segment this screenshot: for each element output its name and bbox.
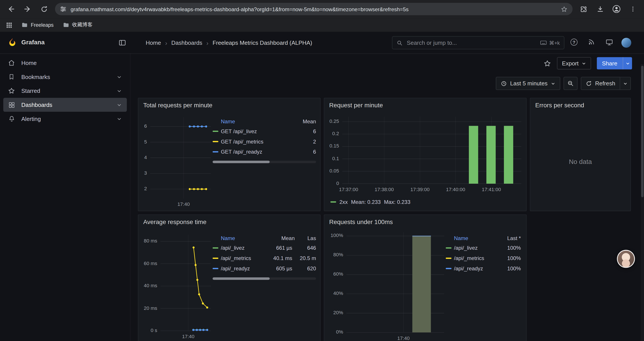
sidebar-item-dashboards[interactable]: Dashboards — [3, 98, 127, 112]
series-name[interactable]: GET /api/_metrics — [221, 138, 289, 145]
chevron-down-icon[interactable] — [116, 74, 122, 80]
scrollbar-thumb[interactable] — [212, 161, 270, 163]
omnibox[interactable]: grafana.mathmast.com/d/deytv4rwavabkb/fr… — [55, 3, 572, 15]
brand-title[interactable]: Grafana — [21, 39, 44, 46]
time-range-picker[interactable]: Last 5 minutes — [496, 77, 560, 90]
panel-title[interactable]: Request per minute — [329, 102, 383, 109]
chevron-down-icon — [623, 81, 628, 86]
alerting-bell-icon — [8, 115, 16, 122]
dashboards-grid-icon — [8, 101, 16, 108]
legend-scrollbar[interactable] — [212, 277, 316, 280]
rss-icon[interactable] — [588, 38, 595, 46]
share-button[interactable]: Share — [597, 57, 623, 69]
series-name[interactable]: /api/_readyz — [221, 265, 261, 272]
table-row[interactable]: /api/_metrics 100% — [446, 253, 521, 263]
back-button[interactable] — [3, 2, 19, 16]
column-header-mean[interactable]: Mean — [291, 118, 316, 124]
series-name[interactable]: GET /api/_readyz — [221, 149, 289, 155]
series-last: 100% — [496, 265, 521, 272]
reload-button[interactable] — [36, 2, 52, 16]
legend-scrollbar[interactable] — [212, 161, 316, 163]
bar-chart[interactable]: 0.250.20.150.10.05017:37:0017:38:0017:39… — [328, 115, 524, 197]
table-row[interactable]: GET /api/_livez 6 — [212, 126, 316, 137]
sidebar-item-home[interactable]: Home — [3, 56, 127, 70]
url-text[interactable]: grafana.mathmast.com/d/deytv4rwavabkb/fr… — [70, 6, 556, 12]
table-row[interactable]: /api/_livez 100% — [446, 243, 521, 253]
series-name[interactable]: /api/_livez — [454, 245, 493, 251]
monitor-icon[interactable] — [606, 39, 613, 46]
table-row[interactable]: GET /api/_readyz 6 — [212, 147, 316, 157]
chevron-down-icon[interactable] — [116, 116, 122, 121]
extensions-icon[interactable] — [576, 2, 592, 16]
scrollbar-thumb[interactable] — [641, 66, 644, 197]
search-input[interactable] — [406, 39, 537, 47]
axis-label: 2 — [142, 186, 147, 192]
table-row[interactable]: /api/_readyz 100% — [446, 263, 521, 274]
column-header-mean[interactable]: Mean — [266, 235, 294, 241]
table-row[interactable]: GET /api/_metrics 2 — [212, 137, 316, 147]
refresh-interval-button[interactable] — [620, 77, 631, 90]
bar-chart[interactable]: 100%80%60%40%20%0%17:40 — [328, 231, 446, 341]
column-header-name[interactable]: Name — [212, 118, 292, 124]
series-mean: 6 — [291, 128, 316, 134]
bookmark-star-icon[interactable] — [561, 6, 568, 13]
axis-label: 60% — [328, 271, 343, 277]
star-dashboard-button[interactable] — [544, 60, 552, 67]
column-header-last[interactable]: Last * — [496, 235, 521, 241]
bookmarks-bar: Freeleaps 收藏博客 — [0, 18, 644, 32]
search-box[interactable]: ⌘+k — [392, 36, 564, 49]
sidebar-item-alerting[interactable]: Alerting — [3, 112, 127, 126]
series-color-chip — [212, 268, 218, 269]
bookmark-label: 收藏博客 — [72, 21, 93, 28]
share-menu-button[interactable] — [623, 57, 632, 69]
forward-button[interactable] — [20, 2, 35, 16]
time-series-chart[interactable]: 6543217:40 — [142, 115, 214, 209]
refresh-button[interactable]: Refresh — [581, 77, 620, 90]
bookmark-item[interactable]: Freeleaps — [21, 22, 54, 28]
floating-avatar[interactable] — [617, 250, 635, 268]
chevron-down-icon[interactable] — [116, 102, 122, 107]
series-name[interactable]: GET /api/_livez — [221, 128, 289, 134]
column-header-name[interactable]: Name — [446, 235, 496, 241]
table-row[interactable]: /api/_livez 661 µs 646 — [212, 243, 316, 253]
site-settings-icon[interactable] — [60, 6, 66, 12]
sidebar-item-bookmarks[interactable]: Bookmarks — [3, 70, 127, 84]
bookmark-label: Freeleaps — [31, 22, 54, 28]
panel-title[interactable]: Average response time — [143, 218, 206, 225]
column-header-name[interactable]: Name — [212, 235, 266, 241]
axis-label: 40% — [328, 290, 343, 296]
chevron-down-icon[interactable] — [116, 88, 122, 94]
panel-title[interactable]: Errors per second — [535, 102, 584, 109]
export-button[interactable]: Export — [557, 57, 591, 69]
grafana-logo-icon[interactable] — [7, 37, 18, 48]
scrollbar-thumb[interactable] — [212, 277, 270, 280]
panel-title[interactable]: Total requests per minute — [143, 102, 212, 109]
panel-title[interactable]: Requests under 100ms — [329, 218, 393, 225]
sidebar-item-starred[interactable]: Starred — [3, 84, 127, 98]
sidebar-toggle-icon[interactable] — [118, 39, 126, 47]
page-scrollbar[interactable] — [641, 64, 644, 341]
series-name[interactable]: /api/_metrics — [454, 255, 493, 261]
downloads-icon[interactable] — [592, 2, 608, 16]
user-avatar[interactable] — [622, 38, 631, 48]
series-color-chip — [212, 141, 218, 142]
bookmark-item[interactable]: 收藏博客 — [63, 21, 93, 28]
axis-label: 3 — [142, 170, 147, 176]
series-name[interactable]: /api/_readyz — [454, 265, 493, 272]
table-row[interactable]: /api/_readyz 605 µs 620 — [212, 263, 316, 274]
table-row[interactable]: /api/_metrics 40.1 ms 20.5 m — [212, 253, 316, 263]
table-header: Name Mean Las — [212, 233, 316, 243]
breadcrumb-dashboards[interactable]: Dashboards — [172, 40, 202, 46]
browser-menu-icon[interactable] — [625, 2, 641, 16]
apps-grid-icon[interactable] — [6, 22, 12, 28]
column-header-last[interactable]: Las — [294, 235, 316, 241]
zoom-out-button[interactable] — [564, 77, 578, 90]
profile-avatar[interactable] — [609, 2, 624, 16]
series-name[interactable]: 2xx — [340, 199, 348, 205]
axis-label: 0% — [328, 329, 343, 335]
series-name[interactable]: /api/_metrics — [221, 255, 261, 261]
breadcrumb-home[interactable]: Home — [146, 40, 161, 46]
help-icon[interactable]: ? — [570, 39, 578, 46]
time-series-chart[interactable]: 80 ms60 ms40 ms20 ms0 s17:40 — [142, 231, 214, 341]
series-name[interactable]: /api/_livez — [221, 245, 261, 251]
